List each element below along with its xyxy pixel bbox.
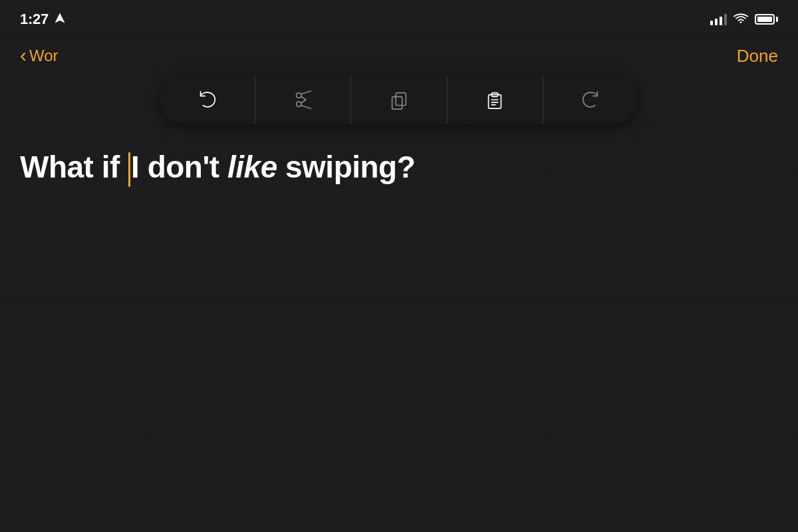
status-icons — [710, 13, 778, 25]
copy-icon — [388, 88, 410, 111]
svg-rect-7 — [396, 93, 406, 106]
svg-marker-0 — [55, 13, 65, 23]
svg-rect-8 — [392, 96, 402, 109]
signal-bar-2 — [715, 19, 718, 25]
title-part-2: I don't — [131, 150, 227, 184]
scissors-icon — [292, 88, 315, 111]
main-content: What if I don't like swiping? — [0, 129, 798, 187]
signal-bar-4 — [724, 14, 727, 25]
back-label: Wor — [29, 47, 59, 65]
back-chevron-icon: ‹ — [20, 45, 27, 65]
article-title: What if I don't like swiping? — [20, 149, 778, 187]
toolbar-pill — [160, 76, 638, 124]
svg-line-4 — [301, 106, 311, 109]
editing-toolbar — [0, 76, 798, 124]
signal-bar-3 — [720, 17, 722, 25]
svg-point-2 — [296, 102, 301, 107]
svg-line-3 — [301, 91, 311, 94]
signal-bars-icon — [710, 13, 727, 25]
redo-icon — [579, 88, 602, 111]
cut-button[interactable] — [255, 76, 351, 124]
undo-button[interactable] — [160, 76, 255, 124]
title-italic: like — [227, 150, 277, 184]
undo-icon — [196, 88, 219, 111]
svg-point-1 — [296, 93, 301, 98]
redo-button[interactable] — [543, 76, 638, 124]
battery-icon — [755, 14, 778, 25]
title-part-1: What if — [20, 150, 128, 184]
battery-tip — [776, 17, 778, 22]
paste-icon — [483, 88, 506, 111]
back-button[interactable]: ‹ Wor — [20, 47, 59, 65]
copy-button[interactable] — [351, 76, 447, 124]
battery-fill — [757, 17, 772, 22]
text-cursor — [128, 152, 130, 187]
svg-line-6 — [301, 100, 306, 103]
time-display: 1:27 — [20, 11, 49, 28]
svg-line-5 — [301, 96, 306, 100]
nav-bar: ‹ Wor Done — [0, 36, 798, 76]
paste-button[interactable] — [448, 76, 543, 124]
status-time: 1:27 — [20, 11, 66, 28]
battery-body — [755, 14, 775, 25]
title-part-3: swiping? — [277, 150, 416, 184]
signal-bar-1 — [710, 21, 713, 25]
done-button[interactable]: Done — [737, 46, 778, 66]
status-bar: 1:27 — [0, 0, 798, 36]
wifi-icon — [733, 14, 748, 25]
location-icon — [54, 12, 66, 27]
